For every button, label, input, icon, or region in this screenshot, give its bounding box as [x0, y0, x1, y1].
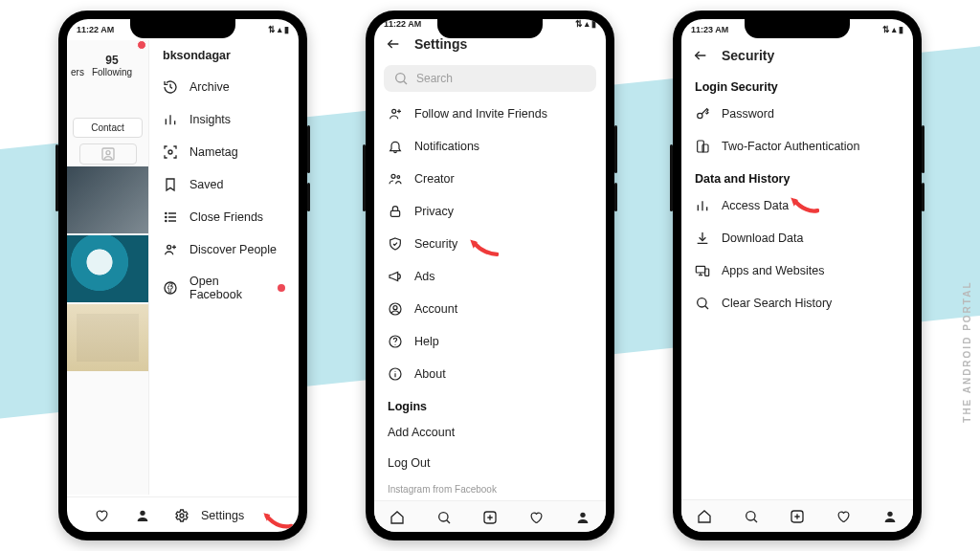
- data-history-header: Data and History: [681, 163, 913, 189]
- svg-rect-49: [696, 266, 704, 273]
- heart-icon[interactable]: [94, 508, 109, 523]
- bottom-nav: [681, 499, 913, 532]
- settings-item-notifications[interactable]: Notifications: [374, 130, 606, 163]
- bell-icon: [388, 139, 403, 154]
- profile-nav-icon[interactable]: [882, 509, 898, 524]
- drawer-item-close-friends[interactable]: Close Friends: [149, 201, 299, 233]
- svg-point-16: [140, 511, 145, 516]
- status-bar: 11:22 AM ⇅▴▮: [67, 19, 299, 40]
- back-icon[interactable]: [386, 36, 401, 52]
- svg-point-17: [180, 514, 184, 518]
- settings-item-creator[interactable]: Creator: [374, 163, 606, 195]
- devices-icon: [695, 263, 710, 278]
- new-post-icon[interactable]: [482, 510, 498, 525]
- clock: 11:22 AM: [77, 25, 114, 34]
- settings-item-ads[interactable]: Ads: [374, 260, 606, 293]
- settings-item-account[interactable]: Account: [374, 293, 606, 325]
- security-item-password[interactable]: Password: [681, 98, 913, 130]
- status-bar: 11:23 AM ⇅▴▮: [681, 19, 913, 40]
- search-icon: [393, 71, 409, 86]
- creator-icon: [388, 171, 403, 187]
- key-icon: [695, 106, 710, 121]
- svg-point-21: [392, 109, 396, 113]
- svg-point-5: [168, 150, 172, 154]
- settings-item-follow-invite[interactable]: Follow and Invite Friends: [374, 98, 606, 130]
- svg-point-8: [166, 216, 167, 217]
- post-thumb-1[interactable]: [67, 166, 148, 233]
- phone-3: 11:23 AM ⇅▴▮ Security Login Security Pas…: [673, 11, 922, 540]
- home-icon[interactable]: [697, 509, 712, 524]
- two-factor-icon: [695, 139, 710, 154]
- home-icon[interactable]: [390, 510, 405, 525]
- svg-line-35: [446, 519, 449, 522]
- discover-people-icon: [163, 242, 178, 257]
- drawer-item-discover-people[interactable]: Discover People: [149, 233, 299, 266]
- close-friends-icon: [163, 209, 178, 225]
- status-icons: ⇅▴▮: [268, 25, 289, 34]
- log-out-link[interactable]: Log Out: [374, 448, 606, 478]
- search-nav-icon[interactable]: [744, 509, 759, 524]
- archive-icon: [163, 79, 178, 95]
- drawer-item-settings[interactable]: Settings: [67, 499, 299, 532]
- security-item-download-data[interactable]: Download Data: [681, 222, 913, 254]
- insights-icon: [163, 112, 178, 127]
- post-thumb-3[interactable]: [67, 304, 148, 371]
- drawer-username: bksondagar: [149, 40, 299, 71]
- stat-ers[interactable]: ers: [67, 48, 88, 83]
- post-thumb-2[interactable]: [67, 235, 148, 302]
- svg-point-30: [394, 344, 395, 345]
- profile-nav-icon[interactable]: [575, 510, 590, 525]
- svg-point-33: [394, 371, 395, 372]
- new-post-icon[interactable]: [790, 509, 805, 524]
- settings-search[interactable]: Search: [384, 65, 596, 92]
- account-icon: [388, 301, 403, 317]
- svg-point-60: [887, 511, 892, 516]
- svg-point-28: [393, 306, 397, 310]
- login-security-header: Login Security: [681, 71, 913, 98]
- profile-icon[interactable]: [135, 508, 150, 523]
- drawer-item-saved[interactable]: Saved: [149, 168, 299, 201]
- security-header: Security: [681, 40, 913, 71]
- settings-header: Settings: [374, 29, 606, 59]
- security-item-apps-websites[interactable]: Apps and Websites: [681, 254, 913, 287]
- megaphone-icon: [388, 269, 403, 284]
- clock: 11:22 AM: [384, 19, 421, 29]
- settings-item-security[interactable]: Security: [374, 228, 606, 260]
- contact-button[interactable]: Contact: [73, 118, 143, 138]
- settings-item-privacy[interactable]: Privacy: [374, 195, 606, 228]
- settings-icon: [174, 508, 189, 523]
- logins-header: Logins: [374, 390, 606, 417]
- stat-following[interactable]: 95Following: [88, 48, 136, 83]
- svg-rect-52: [705, 269, 709, 276]
- back-icon[interactable]: [693, 48, 708, 63]
- svg-point-19: [396, 74, 405, 82]
- settings-item-help[interactable]: Help: [374, 325, 606, 358]
- phone-1: 11:22 AM ⇅▴▮ ers 95Following Contact: [58, 11, 307, 540]
- status-bar: 11:22 AM ⇅▴▮: [374, 19, 606, 29]
- drawer-item-nametag[interactable]: Nametag: [149, 136, 299, 168]
- drawer-item-archive[interactable]: Archive: [149, 71, 299, 103]
- tagged-tab-icon[interactable]: [79, 143, 137, 165]
- svg-point-41: [698, 113, 702, 118]
- from-facebook-footer: Instagram from Facebook: [374, 478, 606, 500]
- activity-icon[interactable]: [528, 510, 544, 525]
- svg-point-1: [106, 151, 110, 155]
- svg-point-34: [438, 512, 447, 520]
- drawer-item-insights[interactable]: Insights: [149, 103, 299, 136]
- svg-point-12: [167, 245, 171, 249]
- search-nav-icon[interactable]: [436, 510, 452, 525]
- lock-icon: [388, 204, 403, 219]
- security-item-two-factor[interactable]: Two-Factor Authentication: [681, 130, 913, 163]
- svg-line-56: [753, 518, 756, 521]
- settings-item-about[interactable]: About: [374, 358, 606, 390]
- security-item-clear-search[interactable]: Clear Search History: [681, 287, 913, 320]
- svg-line-20: [404, 81, 407, 84]
- activity-icon[interactable]: [835, 509, 851, 524]
- info-icon: [388, 366, 403, 382]
- svg-point-6: [166, 212, 167, 213]
- add-account-link[interactable]: Add Account: [374, 417, 606, 448]
- security-item-access-data[interactable]: Access Data: [681, 189, 913, 222]
- status-icons: ⇅▴▮: [575, 19, 596, 29]
- search-placeholder: Search: [416, 72, 453, 85]
- drawer-item-open-facebook[interactable]: Open Facebook: [149, 266, 299, 310]
